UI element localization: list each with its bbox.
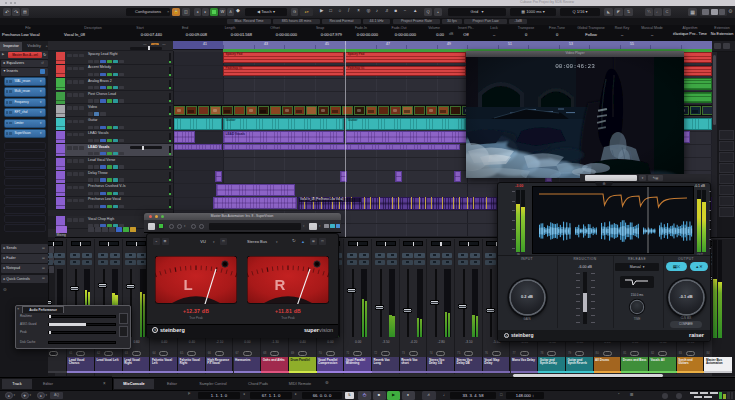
svg-text:R: R [275, 276, 286, 293]
svg-text:00:00:46:23: 00:00:46:23 [555, 63, 595, 70]
svg-text:L: L [183, 276, 192, 293]
